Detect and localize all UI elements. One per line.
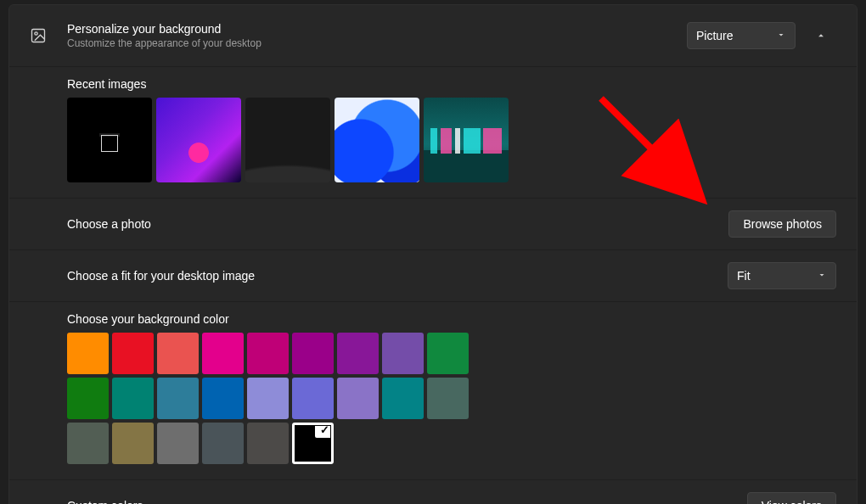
color-swatch[interactable]	[157, 378, 199, 419]
color-swatch[interactable]	[67, 333, 109, 374]
recent-image-3[interactable]	[245, 98, 330, 182]
color-swatch[interactable]	[202, 333, 244, 374]
color-swatch[interactable]	[337, 378, 379, 419]
custom-colors-row: Custom colors View colors	[9, 480, 857, 504]
color-swatch[interactable]: ✓	[292, 423, 334, 464]
color-swatch[interactable]	[337, 333, 379, 374]
color-swatch[interactable]	[427, 378, 469, 419]
choose-photo-label: Choose a photo	[67, 217, 728, 231]
chevron-down-icon	[817, 269, 827, 283]
color-swatch[interactable]	[292, 333, 334, 374]
color-swatch[interactable]	[112, 333, 154, 374]
color-swatch[interactable]	[247, 423, 289, 464]
color-swatch[interactable]	[427, 333, 469, 374]
header-subtitle: Customize the appearance of your desktop	[67, 37, 687, 49]
color-swatch[interactable]	[202, 423, 244, 464]
background-header-row: Personalize your background Customize th…	[9, 5, 857, 67]
color-swatch[interactable]	[67, 423, 109, 464]
fit-value: Fit	[737, 269, 751, 283]
svg-point-1	[35, 32, 37, 35]
color-swatch[interactable]	[247, 378, 289, 419]
color-swatch[interactable]	[382, 378, 424, 419]
color-swatch[interactable]	[67, 378, 109, 419]
view-colors-button[interactable]: View colors	[747, 492, 836, 504]
browse-photos-button[interactable]: Browse photos	[728, 210, 836, 238]
recent-image-2[interactable]	[156, 98, 241, 182]
background-color-label: Choose your background color	[67, 312, 836, 326]
recent-image-5[interactable]	[424, 98, 509, 182]
fit-dropdown[interactable]: Fit	[728, 262, 836, 289]
checkmark-icon: ✓	[320, 423, 329, 436]
color-swatch[interactable]	[292, 378, 334, 419]
background-type-dropdown[interactable]: Picture	[687, 22, 796, 49]
recent-images-section: Recent images	[9, 67, 857, 199]
recent-image-4[interactable]	[335, 98, 419, 182]
color-swatch[interactable]	[157, 423, 199, 464]
color-swatch-grid: ✓	[67, 333, 475, 464]
header-title: Personalize your background	[67, 22, 687, 36]
color-swatch[interactable]	[112, 423, 154, 464]
choose-photo-row: Choose a photo Browse photos	[9, 199, 857, 250]
background-color-section: Choose your background color ✓	[9, 302, 857, 480]
color-swatch[interactable]	[382, 333, 424, 374]
choose-fit-label: Choose a fit for your desktop image	[67, 269, 728, 283]
color-swatch[interactable]	[247, 333, 289, 374]
svg-rect-0	[32, 30, 45, 42]
color-swatch[interactable]	[112, 378, 154, 419]
background-type-value: Picture	[696, 29, 734, 42]
chevron-down-icon	[776, 29, 786, 42]
choose-fit-row: Choose a fit for your desktop image Fit	[9, 250, 857, 302]
custom-colors-label: Custom colors	[67, 499, 747, 504]
image-icon	[30, 27, 67, 44]
recent-images-label: Recent images	[67, 77, 836, 91]
collapse-button[interactable]	[806, 20, 836, 51]
color-swatch[interactable]	[157, 333, 199, 374]
recent-image-1[interactable]	[67, 98, 152, 182]
color-swatch[interactable]	[202, 378, 244, 419]
recent-images-list	[67, 98, 836, 182]
